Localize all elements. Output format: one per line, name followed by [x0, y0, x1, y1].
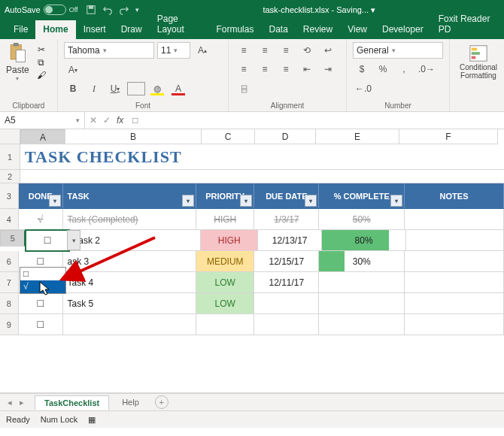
formula-input[interactable]: □ [128, 112, 504, 129]
tab-formulas[interactable]: Formulas [208, 20, 261, 39]
format-painter-icon[interactable]: 🖌 [35, 70, 47, 80]
cell-done[interactable]: □ [19, 293, 63, 314]
cell-task[interactable]: Task 2 [69, 230, 201, 251]
font-size-select[interactable]: 11▾ [157, 42, 190, 59]
select-all-corner[interactable] [0, 129, 20, 144]
dropdown-option[interactable]: □ [20, 268, 65, 280]
cell-priority[interactable]: HIGH [201, 230, 258, 251]
cell-done[interactable]: □ [19, 314, 63, 335]
filter-icon[interactable]: ▾ [182, 195, 194, 207]
cell-done[interactable]: √ [19, 209, 63, 230]
tab-home[interactable]: Home [35, 20, 75, 39]
cell-notes[interactable] [406, 230, 504, 251]
cell-task[interactable]: Task 5 [63, 293, 197, 314]
tab-data[interactable]: Data [261, 20, 295, 39]
undo-icon[interactable] [102, 5, 113, 15]
cut-icon[interactable]: ✂ [35, 44, 47, 55]
filter-icon[interactable]: ▾ [390, 195, 402, 207]
toggle-switch-icon[interactable] [44, 5, 66, 15]
wrap-text-icon[interactable]: ↩ [319, 42, 337, 59]
cell-notes[interactable] [405, 314, 504, 335]
col-header-e[interactable]: E [316, 129, 399, 144]
copy-icon[interactable]: ⧉ [35, 57, 47, 68]
accounting-icon[interactable]: $ [353, 61, 371, 77]
tab-foxit[interactable]: Foxit Reader PD [431, 10, 504, 39]
cell-done[interactable]: □▾ [26, 230, 69, 251]
align-bottom-icon[interactable]: ≡ [277, 42, 295, 59]
row-header[interactable]: 8 [0, 293, 19, 314]
row-header[interactable]: 1 [0, 144, 20, 170]
tab-view[interactable]: View [340, 20, 375, 39]
cell-task[interactable] [63, 314, 197, 335]
cancel-icon[interactable]: ✕ [90, 115, 97, 126]
th-priority[interactable]: PRIORITY▾ [196, 183, 254, 209]
row-header[interactable]: 9 [0, 314, 19, 335]
comma-icon[interactable]: , [395, 61, 413, 77]
decrease-indent-icon[interactable]: ⇤ [298, 61, 316, 77]
cell-due[interactable]: 12/15/17 [254, 251, 319, 272]
increase-decimal-icon[interactable]: .0→ [416, 61, 437, 77]
bold-button[interactable]: B [64, 80, 82, 97]
number-format-select[interactable]: General▾ [353, 42, 443, 59]
cell-pct-complete[interactable] [319, 272, 405, 293]
font-color-button[interactable]: A [169, 80, 187, 97]
cell-task[interactable]: Task (Completed) [63, 209, 197, 230]
filter-icon[interactable]: ▾ [49, 195, 61, 207]
th-due[interactable]: DUE DATE▾ [254, 183, 319, 209]
cell-pct-complete[interactable]: 30% [319, 251, 405, 272]
col-header-b[interactable]: B [65, 129, 202, 144]
row-header[interactable]: 7 [0, 272, 19, 293]
cell-priority[interactable] [196, 314, 254, 335]
decrease-decimal-icon[interactable]: ←.0 [353, 80, 374, 97]
th-task[interactable]: TASK▾ [63, 183, 197, 209]
spreadsheet-grid[interactable]: A B C D E F 1 TASK CHECKLIST 2 3 DONE▾ T… [0, 129, 504, 393]
tab-review[interactable]: Review [296, 20, 340, 39]
increase-indent-icon[interactable]: ⇥ [319, 61, 337, 77]
paste-button[interactable]: Paste ▾ [6, 42, 29, 82]
row-header[interactable]: 6 [0, 251, 19, 272]
align-left-icon[interactable]: ≡ [235, 61, 253, 77]
cell-due[interactable]: 1/3/17 [254, 209, 319, 230]
autosave-toggle[interactable]: AutoSave Off [5, 5, 78, 15]
col-header-c[interactable]: C [202, 129, 255, 144]
italic-button[interactable]: I [85, 80, 103, 97]
tab-file[interactable]: File [6, 20, 35, 39]
font-name-select[interactable]: Tahoma▾ [64, 42, 154, 59]
cell-due[interactable]: 12/11/17 [254, 272, 319, 293]
redo-icon[interactable] [119, 5, 129, 15]
col-header-d[interactable]: D [255, 129, 316, 144]
cell-pct-complete[interactable]: 50% [319, 209, 405, 230]
enter-icon[interactable]: ✓ [103, 115, 111, 126]
align-middle-icon[interactable]: ≡ [256, 42, 274, 59]
decrease-font-icon[interactable]: A▾ [64, 62, 82, 78]
th-pct[interactable]: % COMPLETE▾ [319, 183, 405, 209]
row-header[interactable]: 4 [0, 209, 19, 230]
cell-pct-complete[interactable]: 80% [322, 230, 406, 251]
cell-task[interactable]: ask 3 [63, 251, 197, 272]
border-button[interactable] [127, 82, 145, 95]
sheet-tab-active[interactable]: TaskChecklist [35, 395, 109, 410]
cell-notes[interactable] [405, 293, 504, 314]
filter-icon[interactable]: ▾ [240, 195, 252, 207]
sheet-nav[interactable]: ◂▸ [0, 398, 32, 407]
orientation-icon[interactable]: ⟲ [298, 42, 316, 59]
sheet-tab[interactable]: Help [112, 395, 149, 410]
cell-task[interactable]: Task 4 [63, 272, 197, 293]
fill-color-button[interactable]: ◍ [148, 80, 166, 97]
cell-priority[interactable]: LOW [196, 272, 254, 293]
underline-button[interactable]: U▾ [106, 80, 124, 97]
cell-notes[interactable] [405, 209, 504, 230]
cell-due[interactable] [254, 314, 319, 335]
validation-dropdown-icon[interactable]: ▾ [67, 230, 80, 250]
align-top-icon[interactable]: ≡ [235, 42, 253, 59]
filter-icon[interactable]: ▾ [305, 195, 317, 207]
tab-draw[interactable]: Draw [114, 20, 150, 39]
row-header[interactable]: 5 [0, 230, 26, 247]
col-header-f[interactable]: F [399, 129, 498, 144]
row-header[interactable]: 2 [0, 170, 20, 183]
cell-due[interactable] [254, 293, 319, 314]
fx-icon[interactable]: fx [117, 115, 123, 126]
align-center-icon[interactable]: ≡ [256, 61, 274, 77]
conditional-formatting-button[interactable]: Conditional Formatting [456, 42, 501, 81]
save-icon[interactable] [86, 5, 96, 15]
